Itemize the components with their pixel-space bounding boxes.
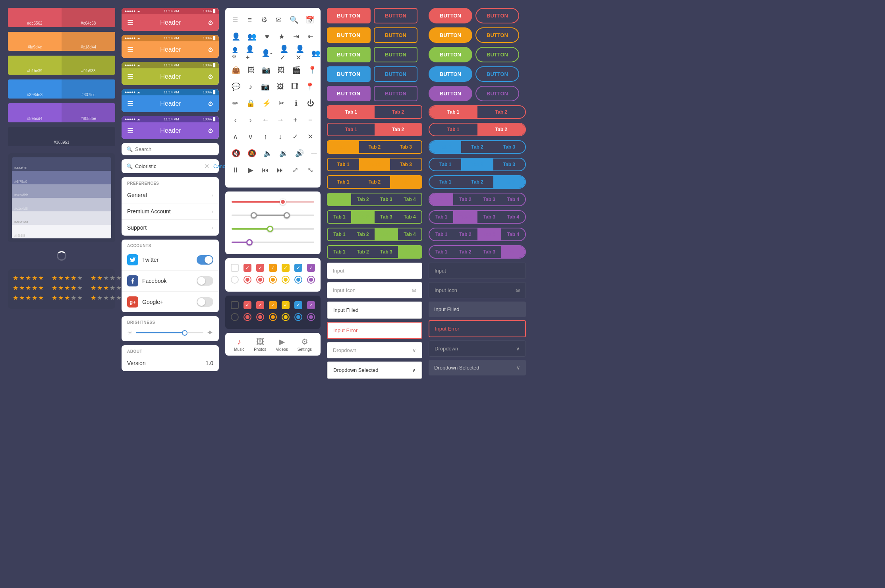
slider-green[interactable] (232, 225, 314, 233)
radio-dark-red2[interactable] (256, 313, 264, 321)
checkbox-dark-blue[interactable]: ✓ (294, 301, 302, 309)
radio-empty[interactable] (231, 276, 239, 284)
tab-2-orange-3[interactable]: Tab 2 (359, 176, 390, 188)
tab-2-green[interactable]: Tab 2 (351, 193, 375, 205)
hamburger-icon[interactable]: ☰ (127, 18, 133, 27)
tab-rd-3-blue-2[interactable]: Tab 3 (493, 159, 525, 170)
google-toggle[interactable] (197, 297, 213, 307)
radio-dark-blue[interactable] (294, 313, 302, 321)
btn-red-outline[interactable]: BUTTON (374, 8, 417, 23)
tab-3-orange[interactable]: Tab 3 (390, 141, 421, 153)
slider-purple[interactable] (232, 238, 314, 246)
tab-photos[interactable]: 🖼 Photos (254, 337, 266, 352)
btn-orange-outline[interactable]: BUTTON (374, 27, 417, 43)
btn-rd-purple-filled[interactable]: BUTTON (429, 86, 472, 101)
radio-dark-purple[interactable] (307, 313, 315, 321)
tab-rd-2-blue-3[interactable]: Tab 2 (461, 176, 493, 188)
btn-purple-filled[interactable]: BUTTON (327, 86, 371, 101)
tab-rd-3-blue[interactable]: Tab 3 (493, 141, 525, 153)
gear-icon[interactable]: ⚙ (208, 19, 213, 27)
tab-rd-3-purple-3[interactable]: Tab 3 (477, 228, 501, 240)
input-dark-icon[interactable]: Input Icon ✉ (429, 282, 526, 298)
twitter-toggle[interactable] (197, 255, 213, 265)
radio-dark-orange[interactable] (269, 313, 277, 321)
btn-green-outline[interactable]: BUTTON (374, 47, 417, 62)
gear-icon[interactable]: ⚙ (208, 127, 213, 135)
slider-thumb-green[interactable] (267, 226, 273, 232)
btn-rd-purple-outline[interactable]: BUTTON (475, 86, 519, 101)
input-dark-plain[interactable]: Input (429, 263, 526, 279)
tab-2-green-2[interactable]: Tab 2 (351, 211, 375, 223)
checkbox-red2[interactable]: ✓ (256, 264, 264, 272)
btn-blue-outline[interactable]: BUTTON (374, 66, 417, 82)
btn-rd-blue-filled[interactable]: BUTTON (429, 66, 472, 82)
checkbox-dark-purple[interactable]: ✓ (307, 301, 315, 309)
radio-red[interactable] (243, 276, 251, 284)
radio-purple[interactable] (307, 276, 315, 284)
tab-3-orange-3[interactable]: Tab 3 (390, 176, 421, 188)
radio-dark-red[interactable] (243, 313, 251, 321)
dropdown-dark-selected[interactable]: Dropdown Selected ∨ (429, 360, 526, 375)
radio-dark-yellow[interactable] (282, 313, 290, 321)
tab-1-green-2[interactable]: Tab 1 (328, 211, 351, 223)
tab-1-green[interactable]: Tab 1 (328, 193, 351, 205)
tab-videos[interactable]: ▶ Videos (276, 337, 288, 352)
tab-rd-1-purple-3[interactable]: Tab 1 (429, 228, 453, 240)
tab-3-green-4[interactable]: Tab 3 (375, 246, 398, 258)
tab-rd-2-red-2[interactable]: Tab 2 (477, 124, 526, 135)
btn-rd-orange-outline[interactable]: BUTTON (475, 27, 519, 43)
settings-item-facebook[interactable]: Facebook (122, 271, 219, 292)
tab-rd-2-purple-2[interactable]: Tab 2 (453, 211, 477, 223)
tab-rd-3-purple-2[interactable]: Tab 3 (477, 211, 501, 223)
hamburger-icon[interactable]: ☰ (127, 72, 133, 81)
checkbox-dark-yellow[interactable]: ✓ (282, 301, 290, 309)
settings-item-twitter[interactable]: Twitter (122, 250, 219, 271)
radio-dark-empty[interactable] (231, 313, 239, 321)
btn-blue-filled[interactable]: BUTTON (327, 66, 371, 82)
tab-3-green[interactable]: Tab 3 (375, 193, 398, 205)
dropdown-white[interactable]: Dropdown ∨ (327, 342, 422, 358)
checkbox-dark-red[interactable]: ✓ (243, 301, 251, 309)
slider-gray[interactable] (232, 211, 314, 219)
gear-icon[interactable]: ⚙ (208, 100, 213, 108)
slider-thumb-red[interactable] (280, 199, 286, 205)
hamburger-icon[interactable]: ☰ (127, 99, 133, 108)
slider-thumb-gray-left[interactable] (251, 212, 257, 219)
tab-rd-1-purple-4[interactable]: Tab 1 (429, 246, 453, 258)
btn-orange-filled[interactable]: BUTTON (327, 27, 371, 43)
tab-4-green-4[interactable]: Tab 4 (398, 246, 421, 258)
tab-rd-1-blue-2[interactable]: Tab 1 (429, 159, 461, 170)
facebook-toggle[interactable] (197, 276, 213, 286)
checkbox-blue[interactable]: ✓ (294, 264, 302, 272)
tab-rd-2-purple-4[interactable]: Tab 2 (453, 246, 477, 258)
tab-2-orange-2[interactable]: Tab 2 (359, 159, 390, 170)
tab-1-red-2[interactable]: Tab 1 (328, 124, 375, 135)
clear-icon[interactable]: ✕ (204, 162, 209, 170)
btn-green-filled[interactable]: BUTTON (327, 47, 371, 62)
tab-rd-1-red[interactable]: Tab 1 (429, 106, 477, 118)
tab-1-green-3[interactable]: Tab 1 (328, 228, 351, 240)
brightness-thumb[interactable] (182, 330, 187, 336)
dropdown-selected-white[interactable]: Dropdown Selected ∨ (327, 362, 422, 379)
tab-rd-1-blue-3[interactable]: Tab 1 (429, 176, 461, 188)
btn-rd-orange-filled[interactable]: BUTTON (429, 27, 472, 43)
input-dark-filled[interactable]: Input Filled (429, 302, 526, 317)
btn-rd-blue-outline[interactable]: BUTTON (475, 66, 519, 82)
tab-1-orange[interactable]: Tab 1 (328, 141, 359, 153)
tab-music[interactable]: ♪ Music (234, 337, 244, 352)
tab-2-green-3[interactable]: Tab 2 (351, 228, 375, 240)
settings-item-support[interactable]: Support › (122, 220, 219, 236)
tab-rd-2-blue[interactable]: Tab 2 (461, 141, 493, 153)
tab-rd-3-purple[interactable]: Tab 3 (477, 193, 501, 205)
tab-rd-1-purple[interactable]: Tab 1 (429, 193, 453, 205)
tab-1-orange-3[interactable]: Tab 1 (328, 176, 359, 188)
tab-1-red[interactable]: Tab 1 (328, 106, 375, 118)
tab-3-green-2[interactable]: Tab 3 (375, 211, 398, 223)
tab-2-red[interactable]: Tab 2 (375, 106, 421, 118)
btn-purple-outline[interactable]: BUTTON (374, 86, 417, 101)
checkbox-dark-empty[interactable] (231, 301, 239, 309)
radio-orange[interactable] (269, 276, 277, 284)
gear-icon[interactable]: ⚙ (208, 46, 213, 54)
checkbox-dark-red2[interactable]: ✓ (256, 301, 264, 309)
hamburger-icon[interactable]: ☰ (127, 126, 133, 135)
